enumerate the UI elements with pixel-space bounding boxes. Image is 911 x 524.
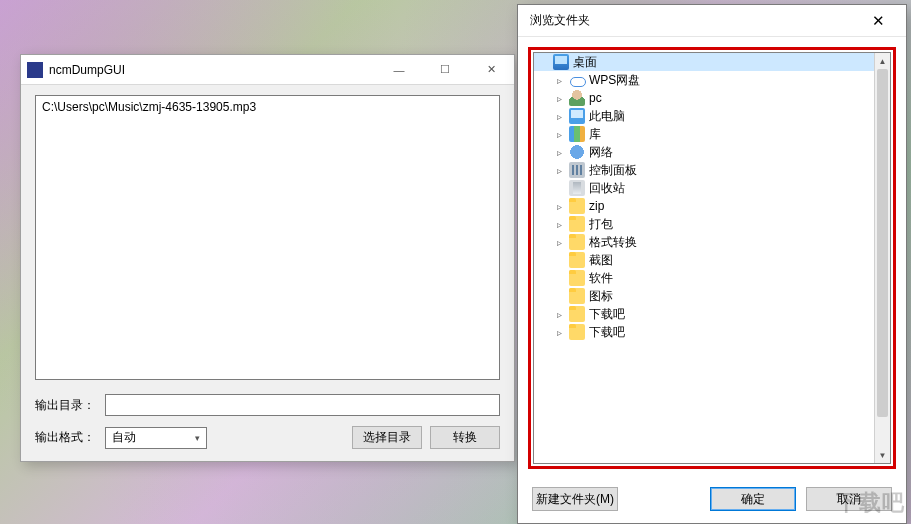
output-dir-row: 输出目录： [35,394,500,416]
desktop-icon [553,54,569,70]
chevron-down-icon: ▾ [195,433,200,443]
folder-icon [569,234,585,250]
highlight-box: 桌面▹WPS网盘▹pc▹此电脑▹库▹网络▹控制面板回收站▹zip▹打包▹格式转换… [528,47,896,469]
output-format-label: 输出格式： [35,429,97,446]
maximize-icon: ☐ [440,63,450,76]
tree-node[interactable]: ▹格式转换 [534,233,874,251]
expand-icon[interactable]: ▹ [554,93,565,104]
tree-node[interactable]: ▹下载吧 [534,323,874,341]
close-button[interactable]: ✕ [468,55,514,85]
scroll-thumb[interactable] [877,69,888,417]
pc-icon [569,108,585,124]
scroll-down-button[interactable]: ▼ [875,447,891,463]
cancel-button[interactable]: 取消 [806,487,892,511]
tree-node-label: 截图 [589,252,613,269]
tree-node[interactable]: 回收站 [534,179,874,197]
tree-node[interactable]: 软件 [534,269,874,287]
folder-icon [569,252,585,268]
tree-node[interactable]: ▹pc [534,89,874,107]
tree-node[interactable]: ▹WPS网盘 [534,71,874,89]
panel-icon [569,162,585,178]
browse-folder-dialog: 浏览文件夹 ✕ 桌面▹WPS网盘▹pc▹此电脑▹库▹网络▹控制面板回收站▹zip… [517,4,907,524]
dialog-title: 浏览文件夹 [530,12,858,29]
net-icon [569,144,585,160]
expand-icon[interactable]: ▹ [554,327,565,338]
expand-icon[interactable]: ▹ [554,237,565,248]
output-dir-input[interactable] [105,394,500,416]
window-title: ncmDumpGUI [49,63,376,77]
tree-node[interactable]: ▹此电脑 [534,107,874,125]
tree-node[interactable]: ▹控制面板 [534,161,874,179]
folder-tree-container: 桌面▹WPS网盘▹pc▹此电脑▹库▹网络▹控制面板回收站▹zip▹打包▹格式转换… [533,52,891,464]
tree-node-label: 图标 [589,288,613,305]
tree-node-label: zip [589,199,604,213]
choose-dir-button[interactable]: 选择目录 [352,426,422,449]
tree-node[interactable]: 桌面 [534,53,874,71]
bottom-rows: 输出目录： 输出格式： 自动 ▾ 选择目录 转换 [35,394,500,449]
scroll-up-button[interactable]: ▲ [875,53,891,69]
client-area: C:\Users\pc\Music\zmj-4635-13905.mp3 输出目… [21,85,514,461]
tree-node-label: WPS网盘 [589,72,640,89]
tree-node-label: 格式转换 [589,234,637,251]
scroll-track[interactable] [875,69,890,447]
tree-node-label: 库 [589,126,601,143]
app-icon [27,62,43,78]
titlebar: ncmDumpGUI — ☐ ✕ [21,55,514,85]
convert-button[interactable]: 转换 [430,426,500,449]
tree-node-label: pc [589,91,602,105]
tree-node-label: 软件 [589,270,613,287]
dialog-body: 桌面▹WPS网盘▹pc▹此电脑▹库▹网络▹控制面板回收站▹zip▹打包▹格式转换… [518,37,906,475]
expand-icon[interactable]: ▹ [554,165,565,176]
close-icon: ✕ [872,12,885,30]
expand-icon[interactable]: ▹ [554,129,565,140]
tree-node-label: 桌面 [573,54,597,71]
folder-icon [569,288,585,304]
tree-node[interactable]: 图标 [534,287,874,305]
expand-icon[interactable]: ▹ [554,111,565,122]
bin-icon [569,180,585,196]
dialog-close-button[interactable]: ✕ [858,7,898,35]
tree-node-label: 下载吧 [589,324,625,341]
expand-icon[interactable]: ▹ [554,309,565,320]
ok-button[interactable]: 确定 [710,487,796,511]
tree-node[interactable]: 截图 [534,251,874,269]
new-folder-button[interactable]: 新建文件夹(M) [532,487,618,511]
minimize-icon: — [394,64,405,76]
combo-selected: 自动 [112,429,136,446]
folder-icon [569,306,585,322]
main-window: ncmDumpGUI — ☐ ✕ C:\Users\pc\Music\zmj-4… [20,54,515,462]
tree-node-label: 回收站 [589,180,625,197]
tree-node-label: 下载吧 [589,306,625,323]
folder-tree[interactable]: 桌面▹WPS网盘▹pc▹此电脑▹库▹网络▹控制面板回收站▹zip▹打包▹格式转换… [534,53,874,463]
tree-node-label: 控制面板 [589,162,637,179]
expand-icon[interactable]: ▹ [554,75,565,86]
tree-node-label: 网络 [589,144,613,161]
minimize-button[interactable]: — [376,55,422,85]
tree-node[interactable]: ▹下载吧 [534,305,874,323]
folder-icon [569,198,585,214]
cloud-icon [569,72,585,88]
close-icon: ✕ [487,63,496,76]
expand-icon[interactable]: ▹ [554,147,565,158]
folder-icon [569,216,585,232]
output-format-combo[interactable]: 自动 ▾ [105,427,207,449]
output-format-row: 输出格式： 自动 ▾ 选择目录 转换 [35,426,500,449]
expand-icon[interactable]: ▹ [554,201,565,212]
expand-icon[interactable]: ▹ [554,219,565,230]
dialog-footer: 新建文件夹(M) 确定 取消 [518,475,906,523]
user-icon [569,90,585,106]
tree-node[interactable]: ▹zip [534,197,874,215]
tree-node[interactable]: ▹打包 [534,215,874,233]
tree-node-label: 此电脑 [589,108,625,125]
output-dir-label: 输出目录： [35,397,97,414]
folder-icon [569,324,585,340]
folder-icon [569,270,585,286]
maximize-button[interactable]: ☐ [422,55,468,85]
tree-node[interactable]: ▹库 [534,125,874,143]
tree-node[interactable]: ▹网络 [534,143,874,161]
file-entry[interactable]: C:\Users\pc\Music\zmj-4635-13905.mp3 [42,100,493,114]
file-list[interactable]: C:\Users\pc\Music\zmj-4635-13905.mp3 [35,95,500,380]
scrollbar-vertical[interactable]: ▲ ▼ [874,53,890,463]
tree-node-label: 打包 [589,216,613,233]
lib-icon [569,126,585,142]
